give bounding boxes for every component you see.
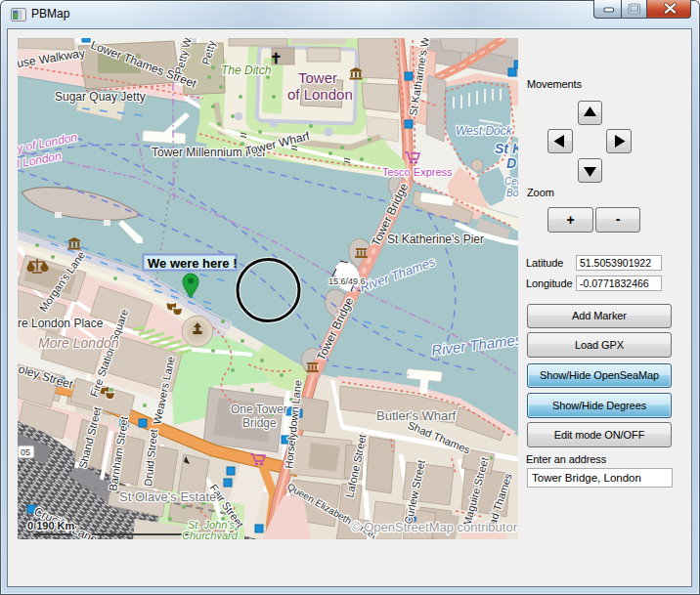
svg-text:✝: ✝ <box>270 51 283 66</box>
svg-text:of London: of London <box>287 86 353 103</box>
svg-text:re London Place: re London Place <box>18 317 104 330</box>
svg-text:One Tower: One Tower <box>231 403 287 416</box>
svg-text:0 190 Km: 0 190 Km <box>27 520 75 531</box>
svg-text:St Ka: St Ka <box>495 141 518 156</box>
svg-text:15.6/49.6: 15.6/49.6 <box>328 276 366 286</box>
svg-text:Bridge: Bridge <box>242 416 277 430</box>
svg-text:Cent: Cent <box>504 176 518 187</box>
svg-text:Churchyard: Churchyard <box>182 530 239 539</box>
svg-text:Tesco Express: Tesco Express <box>382 166 453 178</box>
svg-text:We were here !: We were here ! <box>148 256 238 271</box>
svg-text:Bo: Bo <box>506 188 518 198</box>
svg-text:05: 05 <box>21 447 30 457</box>
svg-text:D: D <box>506 155 516 171</box>
svg-text:The Ditch: The Ditch <box>221 64 272 77</box>
svg-text:© OpenStreetMap contributors: © OpenStreetMap contributors <box>351 520 518 534</box>
svg-text:Sugar Quay Jetty: Sugar Quay Jetty <box>55 90 146 104</box>
svg-text:West Dock: West Dock <box>456 124 513 138</box>
svg-text:St Olave's Estate: St Olave's Estate <box>119 489 216 504</box>
svg-text:More London: More London <box>38 335 119 351</box>
svg-text:St Katherine's Pier: St Katherine's Pier <box>387 233 484 246</box>
svg-text:Tower: Tower <box>298 69 337 86</box>
svg-text:Butler's Wharf: Butler's Wharf <box>376 408 457 423</box>
